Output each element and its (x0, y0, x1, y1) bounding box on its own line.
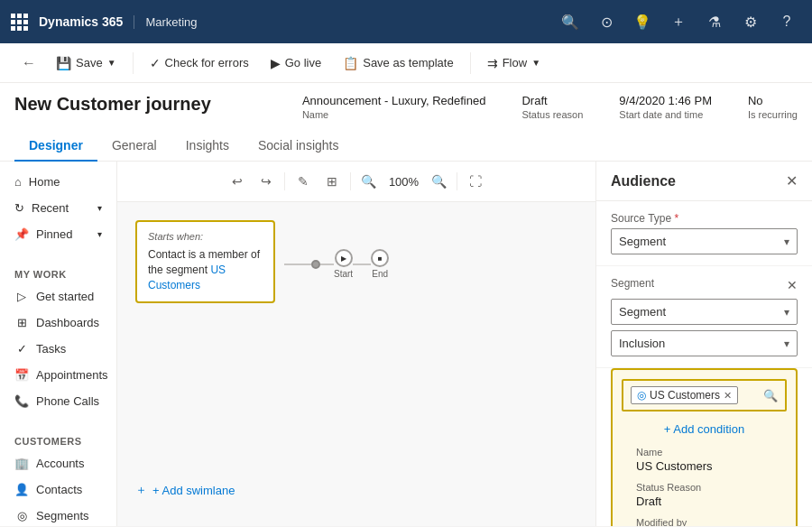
detail-status-row: Status Reason Draft (636, 482, 772, 508)
meta-recurring: No Is recurring (748, 94, 798, 120)
sidebar-item-segments[interactable]: ◎ Segments (0, 503, 116, 526)
panel-close-button[interactable]: ✕ (786, 172, 798, 190)
segment-chevron: ▾ (784, 306, 789, 319)
toolbar-divider-2 (350, 172, 351, 190)
segment-section: Segment ✕ Segment ▾ Inclusion ▾ (596, 266, 812, 368)
segment-select[interactable]: Segment ▾ (611, 299, 798, 325)
start-label: Start (334, 269, 353, 279)
sidebar-item-home[interactable]: ⌂ Home (0, 169, 116, 195)
filter-nav-icon[interactable]: ⚗ (700, 7, 729, 36)
meta-name: Announcement - Luxury, Redefined Name (302, 94, 486, 120)
sidebar-item-phone-calls[interactable]: 📞 Phone Calls (0, 388, 116, 414)
lightbulb-icon[interactable]: 💡 (628, 7, 657, 36)
sidebar-item-appointments[interactable]: 📅 Appointments (0, 362, 116, 388)
help-nav-icon[interactable]: ? (772, 7, 801, 36)
segment-tag-remove[interactable]: ✕ (724, 390, 732, 402)
accounts-icon: 🏢 (14, 457, 29, 470)
meta-start-date: 9/4/2020 1:46 PM Start date and time (619, 94, 712, 120)
grid-icon[interactable] (11, 14, 28, 31)
page-meta: Announcement - Luxury, Redefined Name Dr… (302, 94, 798, 120)
sidebar-item-contacts[interactable]: 👤 Contacts (0, 476, 116, 503)
audience-bordered-section: ◎ US Customers ✕ 🔍 + Add condition Name … (611, 368, 798, 526)
add-condition-button[interactable]: + Add condition (622, 419, 787, 439)
check-errors-button[interactable]: ✓ Check for errors (141, 51, 258, 76)
top-navigation: Dynamics 365 Marketing 🔍 ⊙ 💡 ＋ ⚗ ⚙ ? (0, 0, 812, 43)
segment-field-label: Segment (611, 277, 654, 290)
plus-nav-icon[interactable]: ＋ (664, 7, 693, 36)
segment-search-icon[interactable]: 🔍 (763, 389, 778, 402)
required-indicator: * (675, 212, 679, 225)
save-icon: 💾 (56, 56, 71, 70)
target-icon[interactable]: ⊙ (592, 7, 621, 36)
starts-when-label: Starts when: (148, 231, 263, 242)
add-swimlane-icon: ＋ (135, 482, 147, 498)
go-live-button[interactable]: ▶ Go live (262, 51, 330, 76)
segment-search-box[interactable]: ◎ US Customers ✕ 🔍 (622, 379, 787, 411)
sidebar-label-pinned: Pinned (36, 227, 72, 241)
zoom-out-button[interactable]: 🔍 (356, 169, 382, 194)
zoom-in-button[interactable]: 🔍 (426, 169, 451, 194)
sidebar-item-get-started[interactable]: ▷ Get started (0, 283, 116, 310)
appointments-icon: 📅 (14, 368, 29, 382)
tiles-button[interactable]: ⊞ (319, 169, 345, 194)
search-nav-icon[interactable]: 🔍 (556, 7, 585, 36)
tab-designer[interactable]: Designer (14, 131, 97, 162)
segment-tag-icon: ◎ (637, 389, 646, 402)
add-swimlane-button[interactable]: ＋ + Add swimlane (135, 482, 235, 498)
edit-button[interactable]: ✎ (291, 169, 316, 194)
back-button[interactable]: ← (14, 49, 43, 78)
template-icon: 📋 (343, 56, 358, 70)
sidebar-item-pinned[interactable]: 📌 Pinned ▾ (0, 221, 116, 247)
tab-social-insights[interactable]: Social insights (244, 131, 354, 162)
sidebar: ⌂ Home ↻ Recent ▾ 📌 Pinned ▾ My Work ▷ G… (0, 162, 117, 526)
sidebar-item-accounts[interactable]: 🏢 Accounts (0, 450, 116, 476)
sidebar-item-dashboards[interactable]: ⊞ Dashboards (0, 310, 116, 336)
tab-general[interactable]: General (97, 131, 171, 162)
undo-button[interactable]: ↩ (225, 169, 250, 194)
source-type-select[interactable]: Segment ▾ (611, 228, 798, 254)
home-icon: ⌂ (14, 175, 22, 189)
canvas-content[interactable]: Starts when: Contact is a member of the … (117, 202, 595, 525)
redo-button[interactable]: ↪ (254, 169, 279, 194)
flow-button[interactable]: ⇉ Flow ▼ (478, 51, 549, 76)
tasks-icon: ✓ (14, 342, 29, 356)
toolbar-divider-3 (457, 172, 457, 190)
audience-details: Name US Customers Status Reason Draft Mo… (622, 447, 787, 526)
start-circle: ▶ (335, 249, 353, 267)
source-type-section: Source Type * Segment ▾ (596, 201, 812, 266)
flow-line-1 (284, 264, 311, 265)
inclusion-select[interactable]: Inclusion ▾ (611, 330, 798, 356)
module-name: Marketing (134, 15, 197, 29)
save-dropdown-icon[interactable]: ▼ (107, 58, 116, 68)
canvas-toolbar: ↩ ↪ ✎ ⊞ 🔍 100% 🔍 ⛶ (117, 162, 595, 202)
detail-status-label: Status Reason (636, 482, 772, 493)
segment-section-close[interactable]: ✕ (787, 278, 798, 292)
flow-connector: ▶ Start ■ End (284, 249, 389, 279)
sidebar-section-customers: Customers 🏢 Accounts 👤 Contacts ◎ Segmen… (0, 421, 116, 526)
flow-line-3 (353, 264, 371, 265)
settings-nav-icon[interactable]: ⚙ (736, 7, 765, 36)
sidebar-label-accounts: Accounts (36, 457, 84, 470)
page-header: New Customer journey Announcement - Luxu… (0, 83, 812, 162)
fullscreen-button[interactable]: ⛶ (463, 169, 488, 194)
sidebar-item-recent[interactable]: ↻ Recent ▾ (0, 195, 116, 221)
source-type-chevron: ▾ (784, 236, 789, 248)
journey-start-card[interactable]: Starts when: Contact is a member of the … (135, 220, 275, 303)
flow-line-2 (320, 264, 334, 265)
recent-expand-icon: ▾ (97, 203, 102, 213)
sidebar-label-segments: Segments (36, 509, 89, 522)
save-button[interactable]: 💾 Save ▼ (47, 51, 125, 76)
tab-insights[interactable]: Insights (171, 131, 244, 162)
sidebar-label-tasks: Tasks (36, 342, 66, 356)
get-started-icon: ▷ (14, 290, 29, 303)
sidebar-item-tasks[interactable]: ✓ Tasks (0, 336, 116, 362)
phone-icon: 📞 (14, 394, 29, 408)
source-type-label: Source Type * (611, 212, 798, 225)
flow-dropdown-icon[interactable]: ▼ (531, 58, 540, 68)
dashboards-icon: ⊞ (14, 316, 29, 329)
zoom-level: 100% (385, 175, 422, 189)
save-as-template-button[interactable]: 📋 Save as template (334, 51, 462, 76)
toolbar-divider-1 (284, 172, 285, 190)
segments-icon: ◎ (14, 509, 29, 522)
journey-card-text: Contact is a member of the segment US Cu… (148, 247, 263, 292)
